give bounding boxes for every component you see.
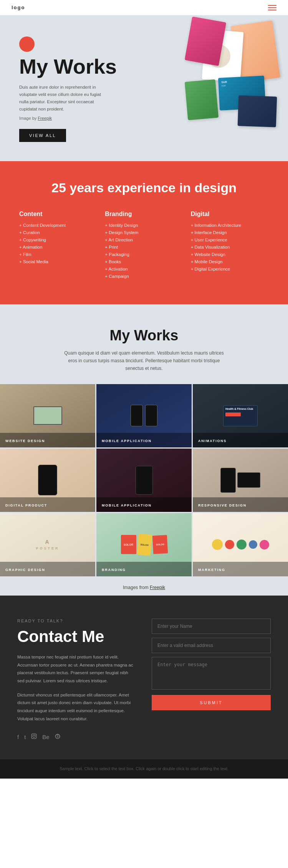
portfolio-label: ANIMATIONS — [198, 439, 227, 443]
svg-rect-0 — [32, 734, 37, 739]
footer-note: Sample text. Click to select the text bo… — [60, 766, 228, 771]
portfolio-item[interactable]: SOLO® SOLO® SOLO® BRANDING — [96, 513, 192, 576]
portfolio-item[interactable]: MOBILE APPLICATION — [96, 449, 192, 512]
service-column-branding: Branding + Identity Design + Design Syst… — [105, 211, 183, 281]
service-item: + Copywriting — [19, 238, 97, 242]
service-item: + Packaging — [105, 252, 183, 257]
portfolio-label: MARKETING — [198, 568, 225, 572]
contact-name-input[interactable] — [152, 619, 271, 634]
portfolio-overlay: MOBILE APPLICATION — [96, 497, 192, 512]
service-col-title-2: Digital — [191, 211, 269, 218]
contact-description-1: Massa tempor nec feugiat nisl pretium fu… — [17, 653, 136, 685]
works-title: My Works — [12, 327, 276, 344]
service-item: + Books — [105, 259, 183, 264]
service-column-digital: Digital + Information Architecture + Int… — [191, 211, 269, 281]
portfolio-item[interactable]: Health & Fitness Club ANIMATIONS — [193, 384, 288, 447]
portfolio-overlay: MOBILE APPLICATION — [96, 433, 192, 447]
social-instagram[interactable] — [31, 733, 37, 740]
hamburger-menu[interactable] — [268, 5, 276, 10]
portfolio-label: GRAPHIC DESIGN — [5, 568, 45, 572]
service-col-title-0: Content — [19, 211, 97, 218]
portfolio-overlay: DIGITAL PRODUCT — [0, 497, 95, 512]
contact-description-2: Dictumst vhoncus est pellentesque elit u… — [17, 691, 136, 723]
works-description: Quam quisque id diam vel quam elementum.… — [60, 349, 228, 373]
service-column-content: Content + Content Development + Curation… — [19, 211, 97, 281]
contact-ready-label: READY TO TALK? — [17, 619, 136, 623]
works-section: My Works Quam quisque id diam vel quam e… — [0, 304, 288, 596]
service-item: + Design System — [105, 230, 183, 235]
portfolio-overlay: BRANDING — [96, 562, 192, 576]
svg-point-1 — [33, 735, 35, 738]
portfolio-overlay: ANIMATIONS — [193, 433, 288, 447]
hamburger-line-2 — [268, 7, 276, 8]
portfolio-item[interactable]: RESPONSIVE DESIGN — [193, 449, 288, 512]
contact-grid: READY TO TALK? Contact Me Massa tempor n… — [17, 619, 271, 741]
hero-title: My Works — [19, 56, 119, 78]
hamburger-line-3 — [268, 10, 276, 10]
portfolio-item[interactable]: WEBSITE DESIGN — [0, 384, 95, 447]
services-grid: Content + Content Development + Curation… — [19, 211, 269, 281]
service-item: + Digital Experience — [191, 267, 269, 271]
portfolio-label: MOBILE APPLICATION — [102, 439, 152, 443]
social-behance[interactable]: Be — [42, 734, 49, 740]
portfolio-overlay: WEBSITE DESIGN — [0, 433, 95, 447]
portfolio-label: RESPONSIVE DESIGN — [198, 503, 247, 507]
contact-email-input[interactable] — [152, 638, 271, 653]
view-all-button[interactable]: VIEW ALL — [19, 129, 66, 142]
service-item: + Information Architecture — [191, 223, 269, 228]
portfolio-overlay: MARKETING — [193, 562, 288, 576]
freepik-link-2[interactable]: Freepik — [150, 585, 165, 590]
social-facebook[interactable]: f — [17, 734, 19, 740]
portfolio-label: WEBSITE DESIGN — [5, 439, 45, 443]
portfolio-item[interactable]: A POSTER GRAPHIC DESIGN — [0, 513, 95, 576]
service-item: + User Experience — [191, 238, 269, 242]
portfolio-label: DIGITAL PRODUCT — [5, 503, 47, 507]
service-item: + Art Direction — [105, 238, 183, 242]
contact-message-input[interactable] — [152, 657, 271, 690]
svg-point-2 — [35, 735, 36, 735]
service-item: + Social Media — [19, 259, 97, 264]
portfolio-item[interactable]: MOBILE APPLICATION — [96, 384, 192, 447]
images-credit: Images from Freepik — [12, 576, 276, 596]
hero-description: Duis aute irure dolor in reprehenderit i… — [19, 84, 102, 113]
service-item: + Data Visualization — [191, 245, 269, 249]
service-item: + Curation — [19, 230, 97, 235]
social-row: f t Be — [17, 733, 136, 740]
contact-title: Contact Me — [17, 628, 136, 645]
portfolio-label: BRANDING — [102, 568, 126, 572]
freepik-link[interactable]: Freepik — [38, 116, 52, 120]
contact-section: READY TO TALK? Contact Me Massa tempor n… — [0, 596, 288, 760]
service-item: + Identity Design — [105, 223, 183, 228]
portfolio-item[interactable]: DIGITAL PRODUCT — [0, 449, 95, 512]
service-item: + Film — [19, 252, 97, 257]
hero-dot — [19, 36, 35, 52]
experience-headline: 25 years experience in design — [19, 180, 269, 195]
service-item: + Mobile Design — [191, 259, 269, 264]
submit-button[interactable]: SUBMIT — [152, 695, 271, 710]
hero-section: My Works Duis aute irure dolor in repreh… — [0, 15, 288, 161]
service-item: + Campaign — [105, 274, 183, 279]
social-twitter[interactable]: t — [24, 734, 26, 740]
logo: logo — [12, 5, 25, 10]
contact-left: READY TO TALK? Contact Me Massa tempor n… — [17, 619, 136, 741]
footer: Sample text. Click to select the text bo… — [0, 759, 288, 779]
experience-section: 25 years experience in design Content + … — [0, 161, 288, 304]
portfolio-overlay: RESPONSIVE DESIGN — [193, 497, 288, 512]
service-item: + Activation — [105, 267, 183, 271]
portfolio-overlay: GRAPHIC DESIGN — [0, 562, 95, 576]
social-pinterest[interactable] — [55, 734, 60, 740]
service-col-title-1: Branding — [105, 211, 183, 218]
service-item: + Website Design — [191, 252, 269, 257]
navbar: logo — [0, 0, 288, 15]
contact-right: SUBMIT — [152, 619, 271, 741]
portfolio-label: MOBILE APPLICATION — [102, 503, 152, 507]
hamburger-line-1 — [268, 5, 276, 6]
hero-image-stack: KARINADRYSON SUR ISM — [169, 19, 284, 138]
service-item: + Print — [105, 245, 183, 249]
portfolio-item[interactable]: MARKETING — [193, 513, 288, 576]
service-item: + Interface Design — [191, 230, 269, 235]
service-item: + Animation — [19, 245, 97, 249]
service-item: + Content Development — [19, 223, 97, 228]
portfolio-grid: WEBSITE DESIGN MOBILE APPLICATION Health… — [0, 384, 288, 576]
